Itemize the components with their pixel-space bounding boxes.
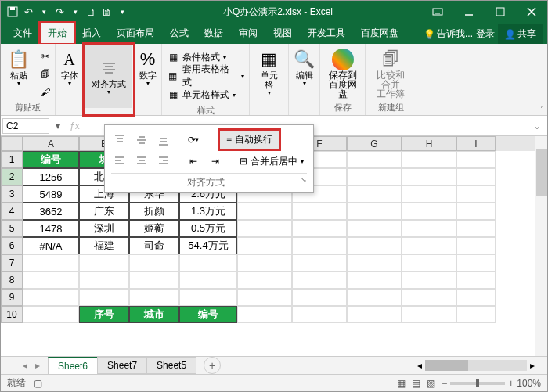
cell[interactable] <box>129 289 179 306</box>
wrap-text-button[interactable]: ≡自动换行 <box>219 130 279 149</box>
cell[interactable] <box>292 203 347 220</box>
tell-me[interactable]: 💡告诉我... <box>424 27 473 41</box>
tab-layout[interactable]: 页面布局 <box>109 23 162 44</box>
cell[interactable] <box>402 203 456 220</box>
orientation-icon[interactable]: ⟳▾ <box>185 131 202 149</box>
row-header[interactable]: 1 <box>1 151 23 168</box>
cell[interactable] <box>347 272 402 289</box>
cell[interactable]: 折颜 <box>129 203 179 220</box>
tab-insert[interactable]: 插入 <box>74 23 109 44</box>
number-dropdown[interactable]: % 数字 ▾ <box>132 47 164 88</box>
chevron-down-icon[interactable]: ▾ <box>68 5 82 19</box>
cell[interactable] <box>456 254 496 272</box>
tab-home[interactable]: 开始 <box>40 23 74 44</box>
new-icon[interactable]: 🗋 <box>84 5 98 19</box>
cell[interactable]: 深圳 <box>79 220 129 237</box>
cell[interactable] <box>292 254 347 272</box>
horizontal-scrollbar[interactable]: ◂ ▸ <box>417 360 547 371</box>
scroll-right-icon[interactable]: ▸ <box>530 360 535 371</box>
cell[interactable] <box>237 237 292 254</box>
dialog-launcher-icon[interactable]: ↘ <box>301 176 307 184</box>
zoom-control[interactable]: − + 100% <box>442 378 541 389</box>
align-bottom-icon[interactable] <box>155 131 172 149</box>
cell[interactable]: 广东 <box>79 203 129 220</box>
tab-view[interactable]: 视图 <box>265 23 300 44</box>
cell[interactable]: 1256 <box>23 168 79 185</box>
record-macro-icon[interactable]: ▢ <box>34 378 42 389</box>
preview-icon[interactable]: 🗎 <box>99 5 114 19</box>
cell[interactable] <box>129 254 179 272</box>
col-header[interactable]: G <box>347 136 402 151</box>
page-layout-icon[interactable]: ▤ <box>412 378 420 389</box>
close-icon[interactable] <box>516 1 547 23</box>
name-box[interactable] <box>2 118 49 134</box>
sheet-tab[interactable]: Sheet5 <box>146 357 196 374</box>
cell[interactable] <box>402 237 456 254</box>
merge-center-button[interactable]: ⊟合并后居中▾ <box>236 153 307 170</box>
save-icon[interactable] <box>5 5 20 19</box>
cell[interactable] <box>456 203 496 220</box>
cells-dropdown[interactable]: ▦ 单元格 ▾ <box>254 47 285 98</box>
cell[interactable]: 0.5万元 <box>179 220 237 237</box>
copy-icon[interactable]: 🗐 <box>38 67 53 82</box>
cell[interactable]: 姬蘅 <box>129 220 179 237</box>
cell[interactable] <box>456 220 496 237</box>
cell[interactable] <box>347 203 402 220</box>
cell[interactable] <box>23 289 79 306</box>
normal-view-icon[interactable]: ▦ <box>397 378 406 389</box>
cell[interactable] <box>402 272 456 289</box>
row-header[interactable]: 3 <box>1 185 23 203</box>
cell[interactable]: 福建 <box>79 237 129 254</box>
cell[interactable] <box>179 254 237 272</box>
cell[interactable] <box>402 151 456 168</box>
cell[interactable] <box>237 306 292 323</box>
tab-dev[interactable]: 开发工具 <box>300 23 353 44</box>
cell[interactable] <box>402 254 456 272</box>
sheet-tab[interactable]: Sheet7 <box>97 357 147 374</box>
row-header[interactable]: 5 <box>1 220 23 237</box>
zoom-in-icon[interactable]: + <box>508 378 514 389</box>
cell[interactable] <box>237 289 292 306</box>
page-break-icon[interactable]: ▧ <box>427 378 435 389</box>
cell[interactable] <box>237 272 292 289</box>
expand-formula-icon[interactable]: ⌄ <box>527 120 547 131</box>
name-dropdown-icon[interactable]: ▾ <box>51 120 65 131</box>
cell[interactable] <box>456 151 496 168</box>
scroll-left-icon[interactable]: ◂ <box>417 360 422 371</box>
maximize-icon[interactable] <box>485 1 516 23</box>
undo-icon[interactable]: ↶ <box>21 5 35 19</box>
cell[interactable] <box>347 306 402 323</box>
chevron-down-icon[interactable]: ▾ <box>37 5 51 19</box>
decrease-indent-icon[interactable]: ⇤ <box>185 153 202 170</box>
cell[interactable] <box>456 185 496 203</box>
align-left-icon[interactable] <box>111 153 128 170</box>
tab-data[interactable]: 数据 <box>196 23 231 44</box>
cell[interactable] <box>237 220 292 237</box>
cell[interactable] <box>347 254 402 272</box>
row-header[interactable]: 10 <box>1 306 23 323</box>
tab-review[interactable]: 审阅 <box>231 23 265 44</box>
add-sheet-button[interactable]: + <box>204 357 221 374</box>
cell[interactable] <box>292 220 347 237</box>
zoom-slider[interactable] <box>450 382 505 385</box>
tab-formula[interactable]: 公式 <box>162 23 196 44</box>
cell[interactable] <box>292 289 347 306</box>
col-header[interactable]: A <box>23 136 79 151</box>
table-format-button[interactable]: ▦套用表格格式▾ <box>167 67 244 85</box>
paste-button[interactable]: 📋 粘贴 ▾ <box>3 47 34 88</box>
cell[interactable] <box>347 289 402 306</box>
cell[interactable] <box>456 272 496 289</box>
compare-merge-button[interactable]: 🗐 比较和合并工作簿 <box>370 47 411 100</box>
cell[interactable] <box>347 168 402 185</box>
cell[interactable]: 1478 <box>23 220 79 237</box>
cell[interactable] <box>237 203 292 220</box>
collapse-ribbon-icon[interactable]: ˄ <box>540 105 544 113</box>
vertical-scrollbar[interactable] <box>535 136 547 356</box>
cell[interactable]: 3652 <box>23 203 79 220</box>
cell[interactable] <box>23 272 79 289</box>
chevron-down-icon[interactable]: ▾ <box>115 5 129 19</box>
cell[interactable] <box>402 168 456 185</box>
tab-nav-next-icon[interactable]: ▸ <box>35 360 40 371</box>
scroll-thumb[interactable] <box>425 360 468 371</box>
cell-style-button[interactable]: ▦单元格样式▾ <box>167 86 244 103</box>
